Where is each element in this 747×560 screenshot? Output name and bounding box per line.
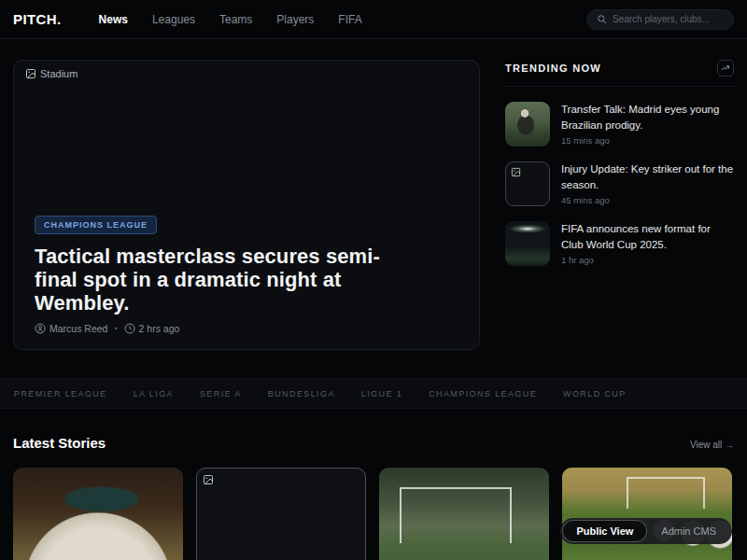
trending-item-text: Transfer Talk: Madrid eyes young Brazili…	[561, 102, 734, 147]
trending-item-time: 15 mins ago	[561, 135, 734, 146]
story-card-youth-match[interactable]	[379, 468, 549, 560]
trending-item-text: FIFA announces new format for Club World…	[561, 221, 734, 266]
view-all-link[interactable]: View all →	[690, 440, 734, 450]
nav-item-teams[interactable]: Teams	[219, 13, 252, 26]
admin-cms-button[interactable]: Admin CMS	[648, 521, 729, 541]
broken-image-icon	[25, 68, 36, 79]
hero-content: CHAMPIONS LEAGUE Tactical masterclass se…	[35, 215, 423, 334]
hero-broken-image: Stadium	[25, 68, 78, 79]
trending-up-icon[interactable]	[717, 60, 734, 77]
trending-item-title: Transfer Talk: Madrid eyes young Brazili…	[561, 102, 734, 133]
time-chunk: 2 hrs ago	[124, 323, 180, 334]
hero-article[interactable]: Stadium CHAMPIONS LEAGUE Tactical master…	[13, 60, 480, 350]
ticker-item-la-liga[interactable]: LA LIGA	[134, 389, 174, 399]
story-card-ball-closeup[interactable]	[13, 468, 183, 560]
main-content: Stadium CHAMPIONS LEAGUE Tactical master…	[0, 39, 747, 350]
view-switcher: Public View Admin CMS	[560, 518, 732, 544]
brand-logo[interactable]: PITCH.	[13, 11, 62, 27]
goal-frame-shape	[627, 477, 705, 509]
trending-title: TRENDING NOW	[505, 63, 601, 74]
league-ticker: PREMIER LEAGUE LA LIGA SERIE A BUNDESLIG…	[0, 378, 747, 409]
hero-image-alt-text: Stadium	[40, 68, 78, 79]
trending-header: TRENDING NOW	[505, 60, 734, 87]
ticker-item-ligue-1[interactable]: LIGUE 1	[361, 389, 402, 399]
search-icon	[597, 14, 607, 24]
trending-sidebar: TRENDING NOW Transfer Talk: Madrid eyes …	[505, 60, 734, 350]
trending-thumb-broken-image	[505, 161, 550, 206]
story-card-training-balls[interactable]	[562, 468, 732, 560]
trending-item[interactable]: Transfer Talk: Madrid eyes young Brazili…	[505, 102, 734, 147]
search-input[interactable]	[613, 14, 724, 24]
main-nav: News Leagues Teams Players FIFA	[99, 13, 362, 26]
author-name: Marcus Reed	[49, 323, 107, 334]
goal-frame-shape	[400, 487, 512, 543]
ticker-item-champions-league[interactable]: CHAMPIONS LEAGUE	[429, 389, 537, 399]
category-badge[interactable]: CHAMPIONS LEAGUE	[35, 216, 157, 234]
trending-item-title: Injury Update: Key striker out for the s…	[561, 161, 734, 192]
ticker-item-serie-a[interactable]: SERIE A	[200, 389, 242, 399]
trending-item-time: 45 mins ago	[561, 195, 734, 205]
trending-item-text: Injury Update: Key striker out for the s…	[561, 161, 734, 206]
trending-item[interactable]: Injury Update: Key striker out for the s…	[505, 161, 734, 206]
nav-item-news[interactable]: News	[99, 13, 128, 26]
public-view-button[interactable]: Public View	[563, 521, 646, 541]
latest-stories-header: Latest Stories View all →	[13, 435, 734, 451]
user-icon	[35, 323, 46, 334]
story-card-broken-image[interactable]	[196, 468, 366, 560]
search-box[interactable]	[586, 9, 734, 30]
author-chunk: Marcus Reed	[35, 323, 107, 334]
trending-item-title: FIFA announces new format for Club World…	[561, 221, 734, 252]
nav-item-leagues[interactable]: Leagues	[152, 13, 195, 26]
top-navbar: PITCH. News Leagues Teams Players FIFA	[0, 0, 747, 39]
ticker-item-bundesliga[interactable]: BUNDESLIGA	[268, 389, 335, 399]
trending-thumb-player-kicking	[505, 102, 550, 147]
clock-icon	[124, 323, 135, 334]
hero-meta: Marcus Reed • 2 hrs ago	[35, 323, 423, 334]
ticker-item-premier-league[interactable]: PREMIER LEAGUE	[14, 389, 107, 399]
story-cards-grid	[13, 468, 734, 560]
trending-item[interactable]: FIFA announces new format for Club World…	[505, 221, 734, 266]
trending-item-time: 1 hr ago	[561, 255, 734, 265]
nav-item-fifa[interactable]: FIFA	[338, 13, 361, 26]
latest-stories-title: Latest Stories	[13, 435, 106, 451]
nav-item-players[interactable]: Players	[276, 13, 314, 26]
trending-thumb-stadium-floodlight	[505, 221, 550, 266]
ticker-item-world-cup[interactable]: WORLD CUP	[563, 389, 627, 399]
hero-headline: Tactical masterclass secures semi-final …	[35, 245, 417, 315]
meta-separator: •	[114, 324, 117, 333]
published-time: 2 hrs ago	[139, 323, 180, 334]
